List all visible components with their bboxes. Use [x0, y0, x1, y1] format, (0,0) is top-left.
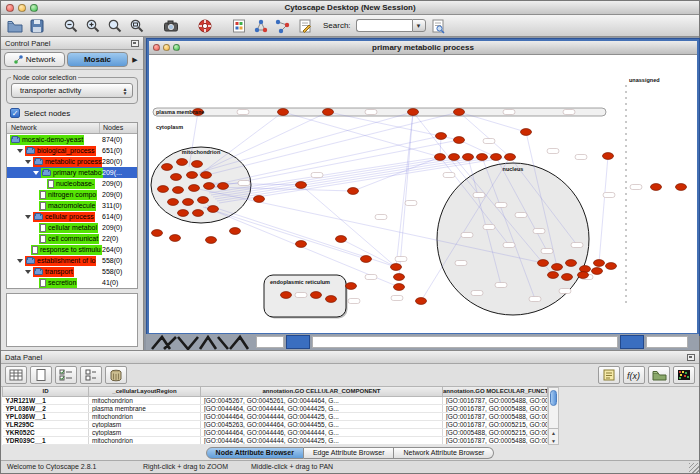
- network-node[interactable]: [606, 263, 617, 270]
- network-node[interactable]: [505, 154, 516, 161]
- network-node[interactable]: [192, 161, 203, 168]
- tree-row-multi-organism-pro[interactable]: multi-organism pro42(0): [7, 288, 137, 289]
- tab-network[interactable]: Network: [4, 52, 65, 67]
- background-network-glyph[interactable]: [150, 334, 254, 350]
- network-node[interactable]: [676, 184, 687, 191]
- table-column-header[interactable]: annotation.GO MOLECULAR_FUNCTION: [443, 387, 548, 396]
- open-button[interactable]: [5, 16, 25, 36]
- search-filter-button[interactable]: [428, 16, 448, 36]
- network-node[interactable]: [171, 174, 182, 181]
- network-node[interactable]: [594, 260, 605, 267]
- network-node[interactable]: [206, 237, 217, 244]
- window-resize-grip[interactable]: [688, 324, 697, 333]
- tree-col-network[interactable]: Network: [11, 124, 37, 131]
- zoom-fit-button[interactable]: [105, 16, 125, 36]
- table-row[interactable]: YPL036W__1mitochondrion[GO:0044464, GO:0…: [3, 412, 548, 420]
- network-node[interactable]: [435, 154, 446, 161]
- search-dropdown-button[interactable]: ▼: [412, 19, 426, 32]
- network-node[interactable]: [578, 272, 589, 279]
- tree-row-cellular-process[interactable]: cellular process614(0): [7, 211, 137, 222]
- network-close-button[interactable]: [153, 44, 160, 51]
- birds-eye-view[interactable]: [6, 293, 138, 347]
- tree-row-response-to-stimulu[interactable]: response to stimulu264(0): [7, 244, 137, 255]
- delete-attribute-button[interactable]: [105, 366, 127, 384]
- unselect-attributes-button[interactable]: [80, 366, 102, 384]
- network-node[interactable]: [408, 109, 419, 116]
- network-node[interactable]: [178, 210, 189, 217]
- notepad-button[interactable]: [598, 366, 620, 384]
- tab-edge-attribute-browser[interactable]: Edge Attribute Browser: [304, 447, 395, 459]
- close-button[interactable]: [6, 4, 14, 12]
- network-node[interactable]: [391, 264, 402, 271]
- tab-network-attribute-browser[interactable]: Network Attribute Browser: [394, 447, 494, 459]
- table-scroll-thumb[interactable]: [550, 390, 557, 406]
- network-window-titlebar[interactable]: primary metabolic process: [149, 41, 697, 55]
- attribute-button[interactable]: [229, 16, 249, 36]
- network-node[interactable]: [454, 109, 465, 116]
- network-node[interactable]: [198, 197, 209, 204]
- network-minimize-button[interactable]: [163, 44, 170, 51]
- network-node[interactable]: [463, 154, 474, 161]
- network-node[interactable]: [477, 154, 488, 161]
- network-node[interactable]: [278, 109, 289, 116]
- tree-row-establishment-of-lo[interactable]: establishment of lo558(0): [7, 255, 137, 266]
- table-row[interactable]: YPL036W__2plasma membrane[GO:0044464, GO…: [3, 404, 548, 412]
- background-window-slice[interactable]: [646, 336, 688, 348]
- background-window-slice[interactable]: [620, 335, 644, 349]
- network-node[interactable]: [152, 230, 163, 237]
- network-node[interactable]: [566, 260, 577, 267]
- save-button[interactable]: [27, 16, 47, 36]
- expand-arrow-icon[interactable]: [33, 171, 39, 175]
- tree-row-primary-metabo[interactable]: primary metabo209(...: [7, 167, 137, 178]
- tab-node-attribute-browser[interactable]: Node Attribute Browser: [206, 447, 304, 459]
- network-node[interactable]: [173, 187, 184, 194]
- network-node[interactable]: [538, 260, 549, 267]
- background-window-slice[interactable]: [256, 336, 284, 348]
- network-node[interactable]: [187, 172, 198, 179]
- network-node[interactable]: [296, 182, 307, 189]
- network-node[interactable]: [394, 284, 405, 291]
- tree-row-cell-communicat[interactable]: cell communicat22(0): [7, 233, 137, 244]
- select-nodes-checkbox[interactable]: ✓: [10, 108, 20, 118]
- tree-row-nitrogen-compo[interactable]: nitrogen compo209(0): [7, 189, 137, 200]
- network-zoom-button[interactable]: [173, 44, 180, 51]
- network-node[interactable]: [562, 274, 573, 281]
- network-node[interactable]: [204, 183, 215, 190]
- network-node[interactable]: [651, 184, 662, 191]
- select-attributes-button[interactable]: [55, 366, 77, 384]
- table-column-header[interactable]: _cellularLayoutRegion: [89, 387, 201, 396]
- tree-row-macromolecule[interactable]: macromolecule311(0): [7, 200, 137, 211]
- expand-arrow-icon[interactable]: [25, 215, 31, 219]
- layout-a-button[interactable]: [251, 16, 271, 36]
- network-node[interactable]: [254, 196, 265, 203]
- network-node[interactable]: [177, 159, 188, 166]
- tree-row-biological-process[interactable]: biological_process651(0): [7, 145, 137, 156]
- network-node[interactable]: [218, 183, 229, 190]
- tree-col-nodes[interactable]: Nodes: [103, 124, 123, 131]
- tree-row-secretion[interactable]: secretion41(0): [7, 277, 137, 288]
- network-node[interactable]: [296, 241, 307, 248]
- background-window-slice[interactable]: [312, 336, 618, 348]
- annotation-button[interactable]: [295, 16, 315, 36]
- tree-row-nucleobase-[interactable]: nucleobase-209(0): [7, 178, 137, 189]
- layout-b-button[interactable]: [273, 16, 293, 36]
- tree-row-mosaic-demo-yeast[interactable]: mosaic-demo-yeast874(0): [7, 134, 137, 145]
- table-scroll-arrows[interactable]: ▲▼: [549, 428, 558, 444]
- float-panel-icon[interactable]: [131, 40, 139, 47]
- expand-arrow-icon[interactable]: [25, 160, 31, 164]
- snapshot-button[interactable]: [161, 16, 181, 36]
- table-row[interactable]: YJR121W__1mitochondrion[GO:0045267, GO:0…: [3, 396, 548, 404]
- network-node[interactable]: [201, 172, 212, 179]
- network-node[interactable]: [208, 206, 219, 213]
- import-attributes-button[interactable]: [648, 366, 670, 384]
- network-node[interactable]: [416, 298, 427, 305]
- network-node[interactable]: [336, 236, 347, 243]
- app-resize-grip[interactable]: [689, 463, 699, 473]
- network-node[interactable]: [323, 109, 334, 116]
- table-scrollbar[interactable]: ▲▼: [548, 387, 559, 445]
- network-node[interactable]: [162, 164, 173, 171]
- network-node[interactable]: [311, 292, 322, 299]
- network-node[interactable]: [170, 235, 181, 242]
- help-button[interactable]: [195, 16, 215, 36]
- table-column-header[interactable]: ID: [3, 387, 89, 396]
